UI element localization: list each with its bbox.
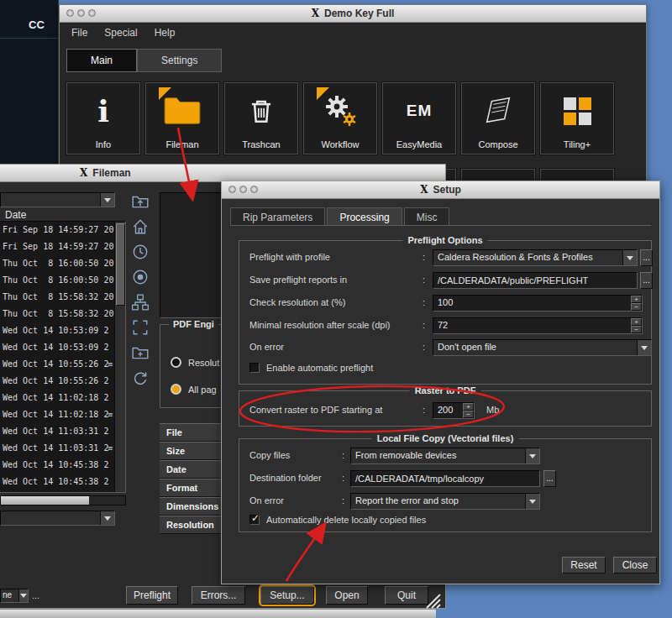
on-error-combo[interactable]: Don't open file xyxy=(433,339,652,356)
tab-main[interactable]: Main xyxy=(66,49,137,72)
radio-icon[interactable] xyxy=(171,357,181,368)
window-button-icon[interactable] xyxy=(77,9,85,17)
app-workflow[interactable]: Workflow xyxy=(303,82,377,154)
list-item[interactable]: Thu Oct 8 15:58:32 20 xyxy=(0,289,114,306)
raster-threshold-spinner[interactable]: 200 xyxy=(433,402,475,419)
spinner-value[interactable]: 100 xyxy=(433,296,631,311)
list-item[interactable]: Wed Oct 14 10:53:09 2 xyxy=(0,339,114,356)
browse-button[interactable]: ... xyxy=(640,249,653,266)
window-controls[interactable] xyxy=(228,186,258,193)
menu-special[interactable]: Special xyxy=(104,27,137,39)
fileman-path-combo[interactable] xyxy=(0,192,115,207)
date-column-header[interactable]: Date xyxy=(5,209,26,221)
all-pages-radio-row[interactable]: All pag xyxy=(171,384,217,395)
checkbox-icon[interactable] xyxy=(249,515,260,525)
spin-down-button[interactable] xyxy=(463,411,474,418)
dropdown-button[interactable] xyxy=(525,448,539,464)
window-button-icon[interactable] xyxy=(88,9,96,17)
spin-up-button[interactable] xyxy=(631,318,642,326)
list-item[interactable]: Wed Oct 14 10:55:26 2 xyxy=(0,373,114,390)
destination-folder-field[interactable]: /CALDERADATA/tmp/localcopy xyxy=(350,470,540,487)
radio-icon[interactable] xyxy=(171,384,181,395)
local-on-error-combo[interactable]: Report the error and stop xyxy=(350,493,540,510)
spinner-value[interactable]: 72 xyxy=(433,318,631,333)
window-button-icon[interactable] xyxy=(239,186,247,193)
demo-window-titlebar[interactable]: Demo Key Full xyxy=(60,5,646,23)
tab-misc[interactable]: Misc xyxy=(404,207,450,225)
dropdown-button[interactable] xyxy=(100,193,114,207)
dropdown-button[interactable] xyxy=(18,589,28,602)
scrollbar-thumb[interactable] xyxy=(116,223,125,306)
app-info[interactable]: i Info xyxy=(66,82,140,154)
list-item[interactable]: Wed Oct 14 10:45:38 2 xyxy=(0,474,114,490)
list-item[interactable]: Wed Oct 14 11:03:31 2 xyxy=(0,423,114,440)
resolution-radio-row[interactable]: Resolut xyxy=(171,357,219,368)
automatic-preflight-checkbox-row[interactable]: Enable automatic preflight xyxy=(249,363,373,373)
preflight-button[interactable]: Preflight xyxy=(126,586,178,605)
window-button-icon[interactable] xyxy=(250,186,258,193)
list-item[interactable]: Wed Oct 14 10:45:38 2 xyxy=(0,457,114,474)
selection-button[interactable] xyxy=(128,316,153,339)
open-button[interactable]: Open xyxy=(326,586,368,605)
delete-copies-checkbox-row[interactable]: Automatically delete locally copied file… xyxy=(249,515,426,525)
reports-path-field[interactable]: /CALDERADATA/public/PREFLIGHT xyxy=(433,272,638,289)
list-item[interactable]: Wed Oct 14 11:02:18 2 xyxy=(0,406,114,423)
setup-button[interactable]: Setup... xyxy=(260,586,314,605)
window-button-icon[interactable] xyxy=(228,186,236,193)
window-controls[interactable] xyxy=(66,9,96,17)
setup-titlebar[interactable]: Setup xyxy=(222,181,659,199)
app-fileman[interactable]: Fileman xyxy=(145,82,219,154)
network-button[interactable] xyxy=(128,291,153,314)
list-item[interactable]: Wed Oct 14 11:02:18 2 xyxy=(0,390,114,406)
dropdown-button[interactable] xyxy=(622,250,637,265)
browse-button[interactable]: ... xyxy=(640,272,653,289)
spin-up-button[interactable] xyxy=(631,296,642,303)
list-item[interactable]: Fri Sep 18 14:59:27 20: xyxy=(0,238,114,255)
fileman-titlebar[interactable]: Fileman xyxy=(0,165,445,182)
app-tiling[interactable]: Tiling+ xyxy=(540,82,614,154)
list-item[interactable]: Thu Oct 8 16:00:50 20 xyxy=(0,255,114,272)
resize-grip-icon[interactable] xyxy=(423,591,444,611)
tab-processing[interactable]: Processing xyxy=(327,207,402,225)
window-button-icon[interactable] xyxy=(66,9,74,17)
dropdown-button[interactable] xyxy=(637,340,651,355)
minimal-resolution-spinner[interactable]: 72 xyxy=(433,317,643,334)
errors-button[interactable]: Errors... xyxy=(192,586,245,605)
spin-down-button[interactable] xyxy=(631,303,642,311)
tab-settings[interactable]: Settings xyxy=(137,49,222,72)
preflight-profile-combo[interactable]: Caldera Resolution & Fonts & Profiles xyxy=(433,249,638,266)
folder-up-button[interactable] xyxy=(128,190,153,213)
horizontal-scrollbar[interactable] xyxy=(0,495,126,505)
check-resolution-spinner[interactable]: 100 xyxy=(433,295,643,312)
list-item[interactable]: Thu Oct 8 16:00:50 20 xyxy=(0,272,114,289)
list-item[interactable]: Wed Oct 14 10:55:26 2 xyxy=(0,356,114,373)
list-scrollbar[interactable] xyxy=(114,222,125,492)
folder-add-button[interactable] xyxy=(128,341,153,364)
recent-button[interactable] xyxy=(128,240,153,264)
spin-up-button[interactable] xyxy=(463,403,474,411)
list-item[interactable]: Wed Oct 14 11:03:31 2 xyxy=(0,440,114,457)
spin-down-button[interactable] xyxy=(631,326,642,333)
file-list[interactable]: Fri Sep 18 14:59:27 20: Fri Sep 18 14:59… xyxy=(0,221,126,493)
spinner-value[interactable]: 200 xyxy=(433,403,463,418)
fragment-combo[interactable]: ne xyxy=(0,589,29,603)
menu-help[interactable]: Help xyxy=(155,27,176,39)
dropdown-button[interactable] xyxy=(100,511,114,525)
dropdown-button[interactable] xyxy=(525,494,539,509)
view-button[interactable] xyxy=(128,265,153,289)
list-item[interactable]: Wed Oct 14 10:53:09 2 xyxy=(0,322,114,339)
scrollbar-thumb[interactable] xyxy=(1,496,89,505)
tab-rip-parameters[interactable]: Rip Parameters xyxy=(230,207,325,225)
app-trashcan[interactable]: Trashcan xyxy=(224,82,298,154)
close-button[interactable]: Close xyxy=(613,557,657,573)
reset-button[interactable]: Reset xyxy=(562,557,606,573)
fragment-more-button[interactable]: ... xyxy=(32,590,39,600)
copy-files-combo[interactable]: From removable devices xyxy=(350,448,540,464)
list-item[interactable]: Thu Oct 8 15:58:32 20 xyxy=(0,306,114,322)
list-item[interactable]: Fri Sep 18 14:59:27 20: xyxy=(0,222,114,238)
browse-button[interactable]: ... xyxy=(543,470,556,487)
app-easymedia[interactable]: EM EasyMedia xyxy=(382,82,456,154)
quit-button[interactable]: Quit xyxy=(385,586,428,605)
refresh-button[interactable] xyxy=(128,366,153,390)
checkbox-icon[interactable] xyxy=(249,363,260,373)
